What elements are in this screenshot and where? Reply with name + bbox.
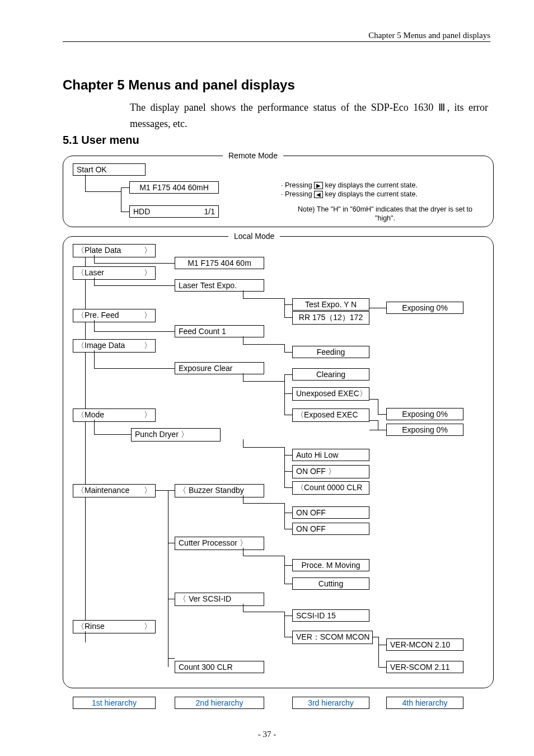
page-header: Chapter 5 Menus and panel displays: [368, 31, 490, 40]
plate-data-box: 〈Plate Data〉: [73, 244, 156, 257]
remote-mode-label: Remote Mode: [223, 151, 283, 160]
on-off-arrow-box: ON OFF 〉: [292, 465, 369, 478]
m1-local-box: M1 F175 404 60m: [175, 257, 264, 269]
cutter-proc-box: Cutter Processor 〉: [175, 537, 264, 550]
ver-scomv-box: VER-SCOM 2.11: [386, 661, 463, 673]
count-300-box: Count 300 CLR: [175, 661, 264, 673]
ver-scom-box: VER：SCOM MCON: [292, 631, 373, 644]
local-mode-label: Local Mode: [228, 232, 280, 241]
ver-mcon-box: VER-MCON 2.10: [386, 638, 463, 651]
cutting-box: Cutting: [292, 577, 369, 590]
m1-remote-box: M1 F175 404 60mH: [129, 181, 219, 194]
scsi-id-box: SCSI-ID 15: [292, 609, 369, 622]
left-arrow-icon: ◀: [314, 191, 323, 198]
clearing-box: Clearing: [292, 368, 369, 381]
punch-dryer-box: Punch Dryer 〉: [131, 428, 221, 442]
chapter-title: Chapter 5 Menus and panel displays: [63, 77, 295, 93]
feed-count-box: Feed Count 1: [175, 325, 264, 337]
hdd-value: 1/1: [204, 207, 215, 216]
ver-scsi-box: 〈 Ver SCSI-ID: [175, 593, 264, 606]
exposed-box: 〈Exposed EXEC: [292, 408, 369, 422]
hdd-box: HDD 1/1: [129, 205, 219, 218]
proce-moving-box: Proce. M Moving: [292, 559, 369, 571]
note-keys: · Pressing ▶ key displays the current st…: [281, 181, 488, 199]
on-off-2-box: ON OFF: [292, 523, 369, 535]
on-off-1-box: ON OFF: [292, 506, 369, 519]
maintenance-box: 〈Maintenance〉: [73, 484, 156, 497]
auto-hi-low-box: Auto Hi Low: [292, 449, 369, 461]
menu-diagram: Remote Mode Start OK M1 F175 404 60mH HD…: [63, 150, 494, 714]
count-clr-box: 〈Count 0000 CLR: [292, 481, 369, 495]
exposing-b-box: Exposing 0%: [386, 408, 463, 420]
page-number: - 37 -: [0, 730, 534, 739]
image-data-box: 〈Image Data〉: [73, 339, 156, 353]
unexposed-box: Unexposed EXEC〉: [292, 387, 369, 401]
right-arrow-icon: ▶: [314, 182, 323, 189]
test-expo-box: Test Expo. Y N: [292, 298, 369, 311]
intro-text: The display panel shows the performance …: [130, 100, 488, 132]
buzzer-standby-box: 〈 Buzzer Standby: [175, 484, 264, 497]
hdd-label: HDD: [133, 207, 150, 216]
start-ok-box: Start OK: [73, 163, 146, 176]
exposing-c-box: Exposing 0%: [386, 424, 463, 436]
note-h: Note) The "H" in "60mH" indicates that t…: [290, 205, 480, 223]
h1-box: 1st hierarchy: [73, 697, 156, 709]
feeding-box: Feeding: [292, 346, 369, 358]
laser-test-box: Laser Test Expo.: [175, 279, 264, 292]
laser-box: 〈Laser〉: [73, 266, 156, 280]
h2-box: 2nd hierarchy: [175, 697, 264, 709]
h4-box: 4th hierarchy: [386, 697, 463, 709]
section-title: 5.1 User menu: [63, 134, 139, 147]
h3-box: 3rd hierarchy: [292, 697, 369, 709]
pre-feed-box: 〈Pre. Feed〉: [73, 309, 156, 322]
mode-box: 〈Mode〉: [73, 408, 156, 422]
exposing-a-box: Exposing 0%: [386, 302, 463, 314]
rr-box: RR 175（12）172: [292, 311, 369, 325]
exposure-clear-box: Exposure Clear: [175, 362, 264, 374]
